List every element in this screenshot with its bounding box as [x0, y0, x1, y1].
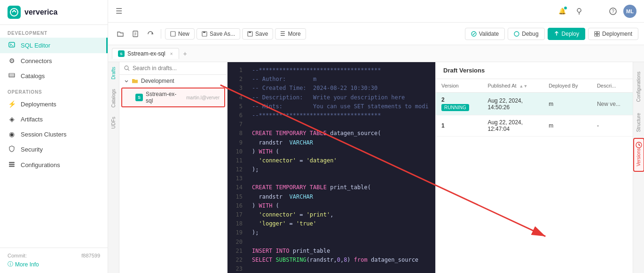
editor-area: 12345 678910 1112131415 1617181920 21222…: [228, 62, 435, 273]
header-left: ☰: [116, 7, 122, 16]
description-2: New ve...: [591, 93, 633, 115]
sidebar-item-configurations[interactable]: Configurations: [0, 157, 108, 173]
save-button[interactable]: Save: [242, 28, 273, 40]
toolbar: New Save As... Save ☰ More Validate: [108, 23, 644, 45]
published-at-2: Aug 22, 2024,14:50:26: [482, 93, 543, 115]
search-bar: [119, 62, 227, 75]
svg-rect-17: [595, 32, 597, 34]
search-icon: [124, 65, 130, 71]
vtab-udfs[interactable]: UDFs: [110, 112, 118, 134]
tab-close-icon[interactable]: ×: [170, 51, 173, 56]
svg-point-16: [514, 32, 519, 36]
folder-label: Development: [141, 78, 174, 84]
new-button[interactable]: New: [165, 28, 195, 40]
file-badge: S: [135, 94, 143, 101]
deployment-button[interactable]: Deployment: [588, 28, 638, 40]
sql-editor-icon: [8, 41, 16, 49]
sidebar-item-deployments[interactable]: ⚡ Deployments: [0, 96, 108, 112]
col-published-at[interactable]: Published At ▲▼: [482, 79, 543, 93]
right-vtab-configurations[interactable]: Configurations: [635, 66, 643, 107]
artifacts-icon: ◈: [8, 115, 16, 123]
security-icon: [8, 145, 16, 153]
header-right-icons: 🔔 ? ML: [556, 5, 636, 18]
vtab-drafts[interactable]: Drafts: [110, 62, 118, 84]
folder-icon: [132, 78, 138, 84]
version-number-1: 1: [436, 115, 482, 136]
tab-bar: S Sstream-ex-sql × +: [108, 45, 644, 62]
col-description: Descri...: [591, 79, 633, 93]
notification-bell-icon[interactable]: 🔔: [556, 5, 569, 18]
svg-rect-3: [9, 162, 15, 163]
sidebar-item-label-session-clusters: Session Clusters: [21, 131, 67, 138]
right-vtab-structure[interactable]: Structure: [635, 107, 643, 138]
tab-badge: S: [118, 50, 125, 57]
file-icon-btn[interactable]: [129, 27, 142, 40]
sidebar-item-sql-editor[interactable]: SQL Editor: [0, 38, 108, 53]
commit-label: Commit:: [8, 253, 27, 258]
status-badge: RUNNING: [441, 104, 469, 111]
deployments-icon: ⚡: [8, 100, 16, 108]
toolbar-right: Validate Debug Deploy Deployment: [465, 28, 638, 40]
session-clusters-icon: ◉: [8, 130, 16, 138]
file-tree: Development S Sstream-ex-sql martin.l@ve…: [119, 75, 227, 273]
hamburger-icon[interactable]: ☰: [116, 7, 122, 16]
commit-info: Commit: f887599: [8, 253, 100, 258]
connectors-icon: ⚙: [8, 57, 16, 64]
svg-rect-19: [595, 34, 597, 36]
sidebar-item-label-catalogs: Catalogs: [21, 72, 45, 80]
refresh-icon-btn[interactable]: [144, 27, 157, 40]
sidebar-item-label-sql: SQL Editor: [21, 42, 50, 49]
deploy-button[interactable]: Deploy: [548, 28, 585, 40]
help-icon[interactable]: ?: [606, 5, 620, 18]
folder-icon-btn[interactable]: [114, 27, 127, 40]
sort-icon: ▲▼: [519, 84, 528, 88]
published-at-1: Aug 22, 2024,12:47:04: [482, 115, 543, 136]
info-icon: ⓘ: [8, 260, 13, 268]
sidebar-item-connectors[interactable]: ⚙ Connectors: [0, 53, 108, 68]
folder-development[interactable]: Development: [119, 75, 227, 87]
vtab-catalogs[interactable]: Catalogs: [110, 84, 118, 112]
versions-table: Version Published At ▲▼ Deployed By Desc…: [436, 79, 633, 136]
tab-add-icon[interactable]: +: [180, 48, 190, 59]
file-panel: Development S Sstream-ex-sql martin.l@ve…: [119, 62, 228, 273]
sidebar-item-catalogs[interactable]: Catalogs: [0, 68, 108, 84]
more-info-link[interactable]: ⓘ More Info: [8, 260, 100, 268]
right-vtab-versions[interactable]: Versions: [633, 138, 644, 172]
sidebar-item-artifacts[interactable]: ◈ Artifacts: [0, 112, 108, 127]
validate-button[interactable]: Validate: [465, 28, 505, 40]
section-operations: OPERATIONS: [0, 84, 108, 96]
code-editor[interactable]: --************************************ -…: [246, 62, 435, 273]
logo-text: ververica: [24, 8, 57, 16]
search-input[interactable]: [133, 65, 222, 72]
svg-rect-20: [597, 34, 599, 36]
left-vertical-tabs: Drafts Catalogs UDFs: [108, 62, 119, 273]
sidebar-item-label-artifacts: Artifacts: [21, 116, 43, 123]
svg-point-0: [10, 8, 18, 16]
sidebar-item-session-clusters[interactable]: ◉ Session Clusters: [0, 127, 108, 142]
moon-icon[interactable]: [589, 5, 603, 18]
version-number: 2 RUNNING: [436, 93, 482, 115]
deployed-by-2: m: [543, 93, 591, 115]
avatar[interactable]: ML: [623, 5, 636, 18]
tab-sstream-ex-sql[interactable]: S Sstream-ex-sql ×: [112, 48, 179, 59]
right-panel: Draft Versions Version Published At ▲▼ D…: [435, 62, 633, 273]
tab-label: Sstream-ex-sql: [127, 50, 165, 57]
hamburger-small-icon: ☰: [280, 31, 285, 37]
right-vertical-tabs: Configurations Structure Versions: [633, 62, 644, 273]
svg-rect-4: [9, 164, 15, 165]
debug-button[interactable]: Debug: [508, 28, 544, 40]
svg-point-21: [125, 66, 128, 70]
commit-hash: f887599: [81, 253, 100, 258]
svg-rect-2: [9, 73, 15, 77]
right-vtab-versions-label: Versions: [636, 148, 641, 168]
toolbar-separator-1: [161, 29, 161, 39]
pin-icon[interactable]: [573, 5, 586, 18]
version-row-1[interactable]: 1 Aug 22, 2024,12:47:04 m -: [436, 115, 633, 136]
logo-icon: [8, 6, 21, 19]
sidebar-item-security[interactable]: Security: [0, 142, 108, 157]
save-as-button[interactable]: Save As...: [196, 28, 240, 40]
file-item-sstream[interactable]: S Sstream-ex-sql martin.l@verver: [121, 88, 225, 107]
more-button[interactable]: ☰ More: [275, 28, 306, 40]
more-info-label: More Info: [15, 261, 39, 268]
version-row-2[interactable]: 2 RUNNING Aug 22, 2024,14:50:26 m New ve…: [436, 93, 633, 115]
